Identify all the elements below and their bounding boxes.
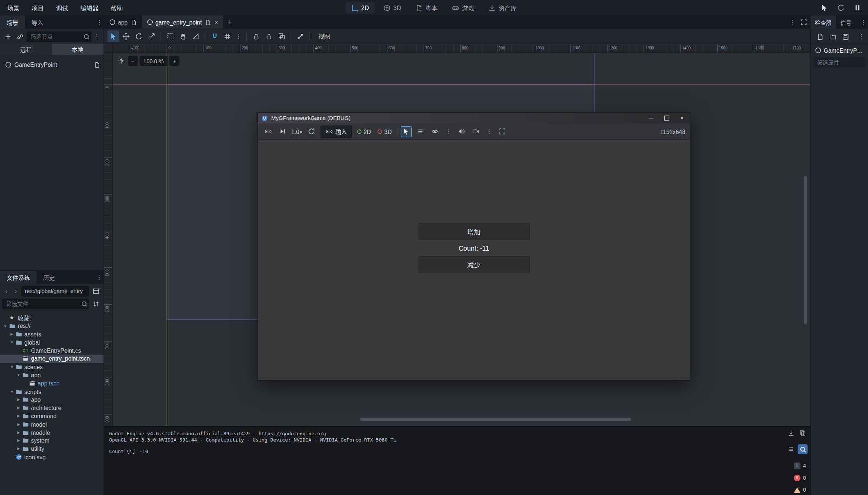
file-row[interactable]: ▼global <box>0 338 104 346</box>
center-view-icon[interactable] <box>116 56 126 66</box>
scene-tab-game-entry-point[interactable]: game_entry_point × <box>142 16 224 29</box>
add-node-button[interactable] <box>2 31 13 42</box>
file-row[interactable]: ▼res:// <box>0 322 104 330</box>
current-path-input[interactable] <box>21 286 89 296</box>
smart-snap-button[interactable] <box>209 30 220 42</box>
collapse-arrow-icon[interactable]: ▼ <box>9 365 15 369</box>
file-row[interactable]: ▶architecture <box>0 404 104 412</box>
debug-2d-toggle[interactable]: 2D <box>355 128 373 135</box>
expand-arrow-icon[interactable]: ▶ <box>16 422 22 426</box>
canvas-area[interactable]: − 100.0 % + MyGFrameworkGame (DEBUG) × 1… <box>113 53 810 426</box>
viewport-vertical-scrollbar[interactable] <box>804 176 807 324</box>
collapse-arrow-icon[interactable]: ▼ <box>16 373 22 377</box>
collapse-arrow-icon[interactable]: ▼ <box>9 341 15 344</box>
file-row[interactable]: ▶system <box>0 436 104 444</box>
menu-scene[interactable]: 场景 <box>1 0 26 16</box>
file-row[interactable]: ▶assets <box>0 330 104 338</box>
camera-override-button[interactable] <box>470 126 482 137</box>
suspend-game-button[interactable] <box>262 126 273 137</box>
scene-tree-root-node[interactable]: GameEntryPoint <box>0 60 104 70</box>
collapse-arrow-icon[interactable]: ▼ <box>9 390 15 393</box>
snap-options-menu-button[interactable]: ⋮ <box>234 33 243 40</box>
zoom-level-label[interactable]: 100.0 % <box>139 56 168 66</box>
reset-speed-button[interactable] <box>306 126 317 137</box>
decrease-button[interactable]: 减少 <box>418 256 529 273</box>
history-forward-button[interactable]: › <box>12 286 20 296</box>
tab-list-menu-button[interactable]: ⋮ <box>788 19 797 26</box>
file-row[interactable]: C#GameEntryPoint.cs <box>0 346 104 355</box>
file-filter-input[interactable] <box>2 299 89 309</box>
camera-options-menu-button[interactable]: ⋮ <box>485 128 493 135</box>
collapse-duplicates-button[interactable] <box>786 444 796 454</box>
pan-tool-button[interactable] <box>177 30 189 42</box>
game-window-titlebar[interactable]: MyGFrameworkGame (DEBUG) × <box>258 113 690 123</box>
tab-filesystem[interactable]: 文件系统 <box>0 271 36 284</box>
file-row[interactable]: icon.svg <box>0 453 104 461</box>
menu-editor[interactable]: 编辑器 <box>74 0 105 16</box>
mute-audio-button[interactable] <box>456 126 467 137</box>
file-row[interactable]: ▶model <box>0 420 104 428</box>
rotate-tool-button[interactable] <box>133 30 145 42</box>
file-row[interactable]: ▶utility <box>0 444 104 453</box>
open-script-icon[interactable] <box>94 62 100 68</box>
grid-snap-button[interactable] <box>221 30 233 42</box>
expand-arrow-icon[interactable]: ▶ <box>9 332 15 336</box>
local-toggle-button[interactable]: 本地 <box>52 44 103 55</box>
zoom-in-button[interactable]: + <box>169 56 179 66</box>
file-row[interactable]: ★收藏： <box>0 314 104 322</box>
skeleton-options-button[interactable] <box>295 30 306 42</box>
zoom-out-button[interactable]: − <box>128 56 138 66</box>
inspector-extra-menu-button[interactable]: ⋮ <box>857 33 866 40</box>
file-row[interactable]: ▶command <box>0 412 104 420</box>
expand-arrow-icon[interactable]: ▶ <box>16 446 22 451</box>
workspace-2d-button[interactable]: 2D <box>346 1 375 14</box>
expand-arrow-icon[interactable]: ▶ <box>16 397 22 402</box>
workspace-3d-button[interactable]: 3D <box>378 1 407 14</box>
copy-log-button[interactable] <box>798 428 808 438</box>
sort-files-button[interactable] <box>90 298 101 309</box>
toggle-split-mode-button[interactable] <box>90 286 101 297</box>
inspector-dock-menu-button[interactable]: ⋮ <box>859 16 868 29</box>
remote-toggle-button[interactable]: 远程 <box>0 44 52 55</box>
file-row[interactable]: ▼scripts <box>0 387 104 395</box>
file-row[interactable]: ▶app <box>0 395 104 404</box>
lock-selected-button[interactable] <box>250 30 262 42</box>
minimize-button[interactable] <box>643 113 659 123</box>
ruler-tool-button[interactable] <box>190 30 201 42</box>
selection-options-menu-button[interactable]: ⋮ <box>444 128 453 135</box>
embed-fullscreen-button[interactable] <box>497 126 508 137</box>
group-selected-button[interactable] <box>276 30 287 42</box>
instance-scene-button[interactable] <box>14 31 26 42</box>
tab-history[interactable]: 历史 <box>36 271 61 284</box>
maximize-button[interactable] <box>659 113 674 123</box>
debug-3d-toggle[interactable]: 3D <box>376 128 393 135</box>
viewport-horizontal-scrollbar[interactable] <box>360 418 631 421</box>
file-row[interactable]: ▶module <box>0 428 104 436</box>
new-resource-button[interactable] <box>814 31 825 42</box>
property-filter-input[interactable]: 筛选属性 <box>814 57 865 67</box>
workspace-game-button[interactable]: 游戏 <box>447 1 480 14</box>
load-resource-button[interactable] <box>827 31 838 42</box>
close-window-button[interactable]: × <box>674 113 690 123</box>
unlock-selected-button[interactable] <box>263 30 275 42</box>
view-menu-button[interactable]: 视图 <box>313 30 335 42</box>
error-count-filter[interactable]: × 0 <box>794 473 808 482</box>
save-resource-button[interactable] <box>840 31 851 42</box>
scene-tree-menu-button[interactable]: ⋮ <box>93 33 101 40</box>
show-selection-button[interactable] <box>430 126 441 137</box>
increase-button[interactable]: 增加 <box>418 223 529 240</box>
scale-tool-button[interactable] <box>146 30 157 42</box>
expand-arrow-icon[interactable]: ▶ <box>16 414 22 418</box>
search-log-button[interactable] <box>798 444 808 454</box>
warning-count-filter[interactable]: 0 <box>794 485 808 495</box>
next-frame-button[interactable] <box>277 126 288 137</box>
dock-tab-scene[interactable]: 场景 <box>0 16 25 29</box>
menu-project[interactable]: 项目 <box>26 0 50 16</box>
distraction-free-button[interactable] <box>798 17 809 28</box>
file-row[interactable]: app.tscn <box>0 379 104 387</box>
filesystem-dock-menu-button[interactable]: ⋮ <box>95 271 104 284</box>
select-region-button[interactable] <box>164 30 176 42</box>
select-tool-button[interactable] <box>107 30 119 42</box>
expand-arrow-icon[interactable]: ▶ <box>16 438 22 443</box>
close-tab-icon[interactable]: × <box>214 19 218 26</box>
